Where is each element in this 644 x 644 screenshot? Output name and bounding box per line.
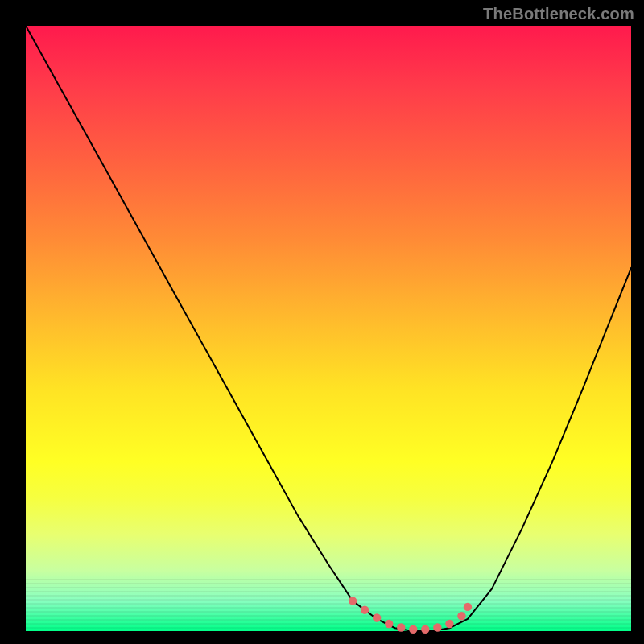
highlight-dot <box>385 620 393 628</box>
bottleneck-curve <box>26 26 631 631</box>
watermark-text: TheBottleneck.com <box>483 5 634 23</box>
highlight-dot <box>433 623 441 631</box>
highlight-dots <box>349 597 472 634</box>
highlight-dot <box>397 623 405 631</box>
curve-layer <box>26 26 631 631</box>
chart-frame: TheBottleneck.com <box>0 0 644 644</box>
highlight-dot <box>361 605 369 613</box>
highlight-dot <box>421 625 429 634</box>
highlight-dot <box>349 597 357 605</box>
highlight-dot <box>464 603 472 611</box>
plot-area <box>26 26 631 631</box>
highlight-dot <box>457 612 465 620</box>
highlight-dot <box>409 625 417 634</box>
highlight-dot <box>445 620 453 628</box>
highlight-dot <box>373 613 381 621</box>
